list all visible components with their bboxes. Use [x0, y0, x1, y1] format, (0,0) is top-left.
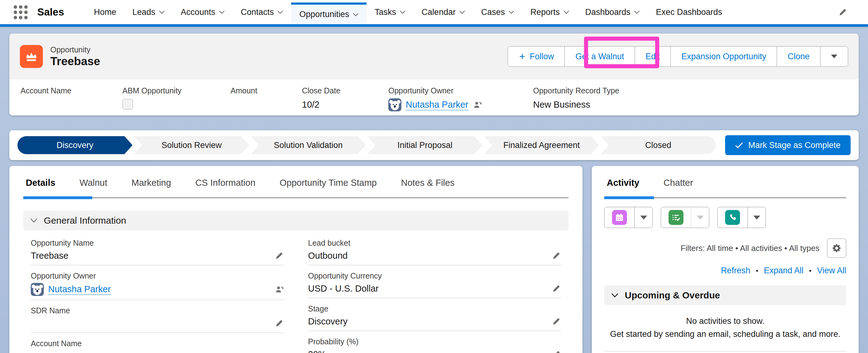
- koala-avatar-icon: [31, 283, 44, 296]
- pencil-icon[interactable]: [552, 284, 561, 293]
- owner-link[interactable]: Nutasha Parker: [406, 100, 468, 110]
- mark-stage-complete-button[interactable]: Mark Stage as Complete: [725, 135, 850, 155]
- new-task-button[interactable]: [661, 207, 691, 228]
- details-tabs: Details Walnut Marketing CS Information …: [23, 166, 568, 198]
- highlight-close-date: Close Date 10/2: [302, 86, 368, 111]
- nav-item-dashboards[interactable]: Dashboards: [577, 0, 648, 24]
- chevron-down-icon: [159, 10, 165, 14]
- edit-button[interactable]: Edit: [635, 46, 671, 66]
- tab-marketing[interactable]: Marketing: [129, 178, 173, 197]
- path-stage-discovery[interactable]: Discovery: [18, 136, 133, 154]
- field-probability: Probability (%) 20%: [308, 331, 561, 353]
- pencil-icon[interactable]: [275, 319, 284, 328]
- nav-edit-pencil-icon[interactable]: [830, 0, 856, 24]
- path-stage-finalized-agreement[interactable]: Finalized Agreement: [484, 136, 599, 154]
- nav-item-opportunities[interactable]: Opportunities: [291, 2, 367, 24]
- koala-avatar-icon: [388, 98, 401, 111]
- app-name: Sales: [37, 6, 64, 18]
- chevron-down-icon: [353, 13, 359, 16]
- tab-cs-information[interactable]: CS Information: [193, 178, 258, 197]
- tab-opportunity-time-stamp[interactable]: Opportunity Time Stamp: [277, 178, 379, 197]
- gear-icon: [832, 243, 842, 253]
- chevron-down-icon: [634, 10, 640, 14]
- change-owner-icon[interactable]: [473, 100, 482, 109]
- general-information-fields: Opportunity Name Treebase Opportunity Ow…: [23, 231, 568, 353]
- log-call-button[interactable]: [718, 207, 747, 228]
- nav-item-cases[interactable]: Cases: [473, 0, 523, 24]
- nav-item-tasks[interactable]: Tasks: [367, 0, 413, 24]
- pencil-icon[interactable]: [275, 251, 284, 260]
- activity-card: Activity Chatter: [592, 166, 859, 353]
- clone-button[interactable]: Clone: [777, 46, 820, 66]
- field-opportunity-owner: Opportunity Owner Nutasha Parker: [31, 265, 284, 300]
- new-event-button[interactable]: [604, 207, 634, 228]
- caret-down-icon: [753, 216, 760, 220]
- chevron-down-icon: [508, 10, 514, 14]
- refresh-link[interactable]: Refresh: [721, 266, 750, 276]
- pencil-icon[interactable]: [275, 351, 284, 353]
- get-a-walnut-button[interactable]: Get a Walnut: [564, 46, 635, 66]
- activity-links-row: Refresh • Expand All • View All: [604, 266, 846, 276]
- activity-tabs: Activity Chatter: [604, 166, 846, 198]
- field-stage: Stage Discovery: [308, 298, 561, 331]
- field-opportunity-name: Opportunity Name Treebase: [31, 232, 284, 265]
- pencil-icon[interactable]: [552, 251, 561, 260]
- nav-items: Home Leads Accounts Contacts Opportuniti…: [86, 0, 856, 24]
- expand-all-link[interactable]: Expand All: [764, 266, 804, 276]
- tab-details[interactable]: Details: [23, 178, 58, 197]
- active-tab-underline: [23, 196, 92, 199]
- nav-item-home[interactable]: Home: [86, 0, 124, 24]
- opportunity-crown-icon: [20, 45, 43, 68]
- view-all-link[interactable]: View All: [817, 266, 846, 276]
- chevron-down-icon: [30, 218, 38, 223]
- path-stage-initial-proposal[interactable]: Initial Proposal: [368, 136, 483, 154]
- pencil-icon[interactable]: [552, 317, 561, 326]
- chevron-down-icon: [219, 10, 225, 14]
- path-stage-solution-review[interactable]: Solution Review: [134, 136, 249, 154]
- activity-filters-row: Filters: All time • All activities • All…: [604, 239, 846, 258]
- section-general-information[interactable]: General Information: [23, 211, 568, 231]
- nav-item-accounts[interactable]: Accounts: [173, 0, 233, 24]
- tab-walnut[interactable]: Walnut: [77, 178, 110, 197]
- plus-icon: [519, 53, 526, 60]
- sales-path-card: Discovery Solution Review Solution Valid…: [9, 130, 859, 160]
- chevron-down-icon: [460, 10, 465, 14]
- highlight-abm-opportunity: ABM Opportunity: [122, 86, 210, 111]
- path-stage-solution-validation[interactable]: Solution Validation: [251, 136, 366, 154]
- task-checklist-icon: [669, 210, 683, 225]
- path-stage-closed[interactable]: Closed: [601, 136, 716, 154]
- more-actions-dropdown[interactable]: [820, 46, 848, 66]
- divider: [604, 351, 846, 351]
- tab-notes-files[interactable]: Notes & Files: [399, 178, 457, 197]
- owner-link[interactable]: Nutasha Parker: [48, 284, 111, 295]
- log-call-dropdown[interactable]: [747, 207, 766, 228]
- section-upcoming-overdue[interactable]: Upcoming & Overdue: [604, 285, 846, 305]
- highlights-fields: Account Name ABM Opportunity Amount Clos…: [9, 79, 859, 111]
- nav-item-reports[interactable]: Reports: [522, 0, 577, 24]
- highlight-account-name: Account Name: [21, 86, 102, 111]
- activity-action-buttons: [604, 207, 846, 228]
- abm-opportunity-checkbox[interactable]: [122, 99, 133, 109]
- field-account-name: Account Name: [31, 333, 284, 353]
- nav-item-calendar[interactable]: Calendar: [413, 0, 473, 24]
- change-owner-icon[interactable]: [275, 285, 284, 294]
- chevron-down-icon: [563, 10, 569, 14]
- activity-settings-button[interactable]: [827, 239, 846, 258]
- log-call-button-group: [717, 207, 766, 228]
- app-launcher-icon[interactable]: [12, 4, 29, 20]
- record-header-card: Opportunity Treebase Follow Get a Walnut…: [9, 34, 859, 115]
- record-header-top: Opportunity Treebase Follow Get a Walnut…: [9, 34, 859, 79]
- nav-item-exec-dashboards[interactable]: Exec Dashboards: [648, 0, 730, 24]
- nav-item-leads[interactable]: Leads: [124, 0, 173, 24]
- pencil-icon[interactable]: [552, 350, 561, 353]
- caret-down-icon: [831, 55, 837, 58]
- tab-activity[interactable]: Activity: [604, 178, 642, 197]
- filters-summary: Filters: All time • All activities • All…: [681, 244, 819, 253]
- follow-button[interactable]: Follow: [508, 46, 564, 66]
- new-task-dropdown[interactable]: [691, 207, 709, 228]
- new-event-dropdown[interactable]: [634, 207, 652, 228]
- expansion-opportunity-button[interactable]: Expansion Opportunity: [671, 46, 777, 66]
- tab-chatter[interactable]: Chatter: [661, 178, 695, 197]
- nav-item-contacts[interactable]: Contacts: [233, 0, 291, 24]
- field-sdr-name: SDR Name: [31, 300, 284, 333]
